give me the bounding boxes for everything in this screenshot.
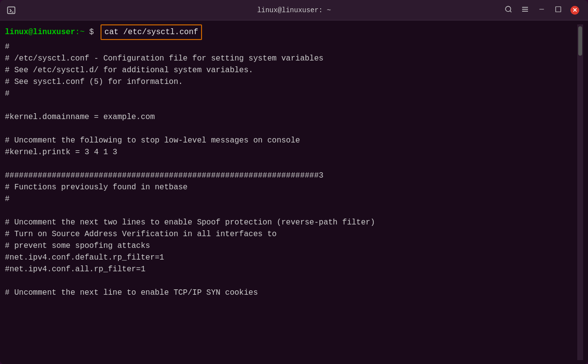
empty-line-1 (5, 100, 577, 111)
output-line-4: # See sysctl.conf (5) for information. (5, 76, 577, 88)
output-line-16: # Uncomment the next two lines to enable… (5, 217, 577, 228)
output-line-9: # Uncomment the following to stop low-le… (5, 135, 577, 146)
output-line-2: # /etc/sysctl.conf - Configuration file … (5, 53, 577, 64)
minimize-button[interactable] (534, 3, 549, 18)
output-line-3: # See /etc/sysctl.d/ for additional syst… (5, 64, 577, 76)
empty-line-5 (5, 275, 577, 287)
terminal-icon (6, 5, 17, 16)
output-line-1: # (5, 41, 577, 53)
terminal-window: linux@linuxuser: ~ (0, 0, 588, 364)
empty-line-4 (5, 205, 577, 217)
empty-line-3 (5, 158, 577, 170)
output-line-10: #kernel.printk = 3 4 1 3 (5, 146, 577, 158)
search-button[interactable] (501, 3, 516, 18)
minimize-icon (538, 6, 545, 15)
titlebar-controls: ✕ (501, 3, 582, 18)
output-line-17: # Turn on Source Address Verification in… (5, 228, 577, 240)
search-icon (505, 5, 512, 15)
titlebar-left (6, 5, 17, 16)
svg-point-2 (506, 6, 511, 12)
prompt-separator: :~ (75, 26, 84, 38)
terminal-content: linux@linuxuser :~ $ cat /etc/sysctl.con… (5, 24, 577, 360)
prompt-dollar: $ (84, 26, 99, 38)
output-line-5: # (5, 88, 577, 100)
svg-rect-8 (556, 6, 561, 12)
output-line-19: #net.ipv4.conf.default.rp_filter=1 (5, 252, 577, 263)
scrollbar-thumb[interactable] (578, 26, 582, 56)
svg-line-3 (510, 11, 511, 12)
scrollbar[interactable] (577, 24, 583, 360)
empty-line-2 (5, 123, 577, 135)
output-line-14: # (5, 193, 577, 205)
output-line-20: #net.ipv4.conf.all.rp_filter=1 (5, 263, 577, 275)
output-line-18: # prevent some spoofing attacks (5, 240, 577, 252)
close-icon: ✕ (570, 6, 579, 15)
output-line-22: # Uncomment the next line to enable TCP/… (5, 287, 577, 299)
hamburger-icon (521, 5, 529, 15)
command-highlight: cat /etc/sysctl.conf (101, 24, 202, 40)
maximize-button[interactable] (551, 3, 566, 18)
close-button[interactable]: ✕ (568, 3, 582, 18)
menu-button[interactable] (518, 3, 532, 18)
titlebar: linux@linuxuser: ~ (0, 0, 588, 20)
maximize-icon (555, 6, 562, 15)
window-title: linux@linuxuser: ~ (257, 6, 331, 14)
prompt-user: linux@linuxuser (5, 26, 75, 38)
prompt-line: linux@linuxuser :~ $ cat /etc/sysctl.con… (5, 24, 577, 40)
output-line-7: #kernel.domainname = example.com (5, 111, 577, 123)
terminal-body: linux@linuxuser :~ $ cat /etc/sysctl.con… (0, 20, 588, 364)
output-line-12: ########################################… (5, 170, 577, 182)
output-line-13: # Functions previously found in netbase (5, 182, 577, 193)
title-text: linux@linuxuser: ~ (257, 6, 331, 14)
